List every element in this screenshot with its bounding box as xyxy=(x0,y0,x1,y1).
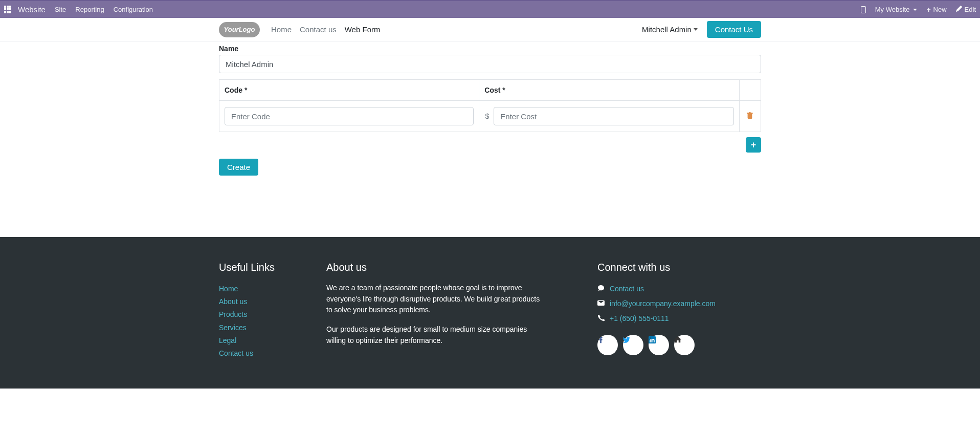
add-row-button[interactable]: + xyxy=(746,137,761,153)
nav-links: Home Contact us Web Form xyxy=(271,25,380,34)
nav-link-home[interactable]: Home xyxy=(271,25,292,34)
top-menu-bar: Website Site Reporting Configuration My … xyxy=(0,0,980,18)
about-paragraph-1: We are a team of passionate people whose… xyxy=(326,283,546,316)
footer-about: About us We are a team of passionate peo… xyxy=(326,262,546,360)
actions-header xyxy=(739,80,761,101)
table-row: $ xyxy=(219,101,761,132)
footer-link-legal[interactable]: Legal xyxy=(219,334,311,347)
topbar-menu-reporting[interactable]: Reporting xyxy=(75,6,104,13)
footer-link-about[interactable]: About us xyxy=(219,295,311,308)
name-label: Name xyxy=(219,45,761,53)
code-header: Code * xyxy=(219,80,479,101)
topbar-menu-site[interactable]: Site xyxy=(55,6,66,13)
plus-icon xyxy=(926,6,930,14)
contact-us-button[interactable]: Contact Us xyxy=(707,21,761,38)
apps-grid-icon xyxy=(4,6,12,14)
social-home[interactable] xyxy=(674,335,695,355)
edit-button[interactable]: Edit xyxy=(956,6,976,13)
caret-down-icon xyxy=(694,28,698,31)
name-input[interactable] xyxy=(219,55,761,73)
envelope-icon xyxy=(597,299,605,308)
site-logo[interactable]: YourLogo xyxy=(219,22,260,37)
useful-links-title: Useful Links xyxy=(219,262,311,273)
app-name: Website xyxy=(18,5,46,14)
linkedin-icon xyxy=(649,336,656,343)
new-page-button[interactable]: New xyxy=(926,6,946,14)
caret-down-icon xyxy=(913,9,917,11)
footer-link-products[interactable]: Products xyxy=(219,308,311,321)
twitter-icon xyxy=(623,336,630,343)
create-button[interactable]: Create xyxy=(219,159,258,176)
line-items-table: Code * Cost * $ xyxy=(219,79,761,132)
cost-input[interactable] xyxy=(494,107,733,125)
footer-connect: Connect with us Contact us info@yourcomp… xyxy=(597,262,761,360)
phone-icon xyxy=(597,314,605,323)
website-selector[interactable]: My Website xyxy=(875,6,918,13)
delete-row-button[interactable] xyxy=(746,112,753,119)
site-footer: Useful Links Home About us Products Serv… xyxy=(0,237,980,389)
facebook-icon xyxy=(597,336,605,343)
mobile-icon xyxy=(861,6,866,13)
apps-launcher[interactable]: Website xyxy=(4,5,46,14)
footer-link-home[interactable]: Home xyxy=(219,283,311,295)
nav-link-webform[interactable]: Web Form xyxy=(345,25,381,34)
main-content: Name Code * Cost * $ xyxy=(219,41,761,176)
about-title: About us xyxy=(326,262,546,273)
plus-icon: + xyxy=(751,140,756,150)
social-facebook[interactable] xyxy=(597,335,618,355)
about-paragraph-2: Our products are designed for small to m… xyxy=(326,324,546,346)
social-twitter[interactable] xyxy=(623,335,643,355)
currency-symbol: $ xyxy=(484,112,489,120)
site-navbar: YourLogo Home Contact us Web Form Mitche… xyxy=(0,18,980,41)
footer-link-contact[interactable]: Contact us xyxy=(219,347,311,360)
mobile-preview-button[interactable] xyxy=(861,6,866,13)
topbar-menu-configuration[interactable]: Configuration xyxy=(114,6,153,13)
footer-link-services[interactable]: Services xyxy=(219,321,311,334)
pencil-icon xyxy=(956,6,962,13)
speech-bubble-icon xyxy=(597,285,605,293)
user-menu[interactable]: Mitchell Admin xyxy=(642,25,698,34)
nav-link-contact[interactable]: Contact us xyxy=(300,25,337,34)
contact-us-link[interactable]: Contact us xyxy=(610,283,644,295)
cost-header: Cost * xyxy=(479,80,739,101)
connect-title: Connect with us xyxy=(597,262,761,273)
footer-useful-links: Useful Links Home About us Products Serv… xyxy=(219,262,311,360)
email-link[interactable]: info@yourcompany.example.com xyxy=(610,297,716,310)
social-linkedin[interactable] xyxy=(649,335,669,355)
phone-link[interactable]: +1 (650) 555-0111 xyxy=(610,312,669,325)
code-input[interactable] xyxy=(225,107,474,125)
trash-icon xyxy=(746,112,753,119)
home-icon xyxy=(674,336,681,343)
